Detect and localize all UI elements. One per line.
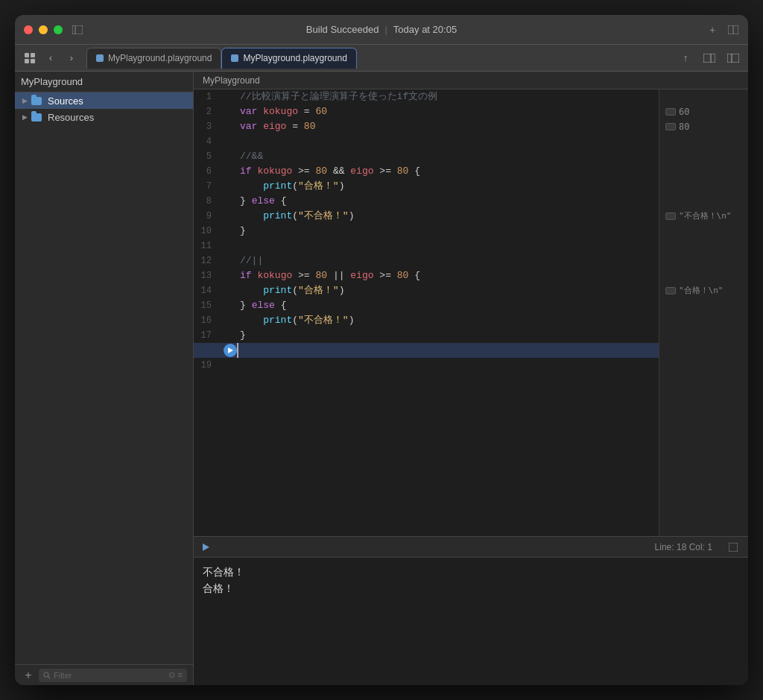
svg-rect-4 — [25, 53, 29, 57]
result-14[interactable]: "合格！\n" — [659, 283, 748, 298]
result-content-14: "合格！\n" — [665, 285, 724, 296]
result-13 — [659, 268, 748, 283]
svg-rect-10 — [727, 54, 739, 63]
result-10 — [659, 224, 748, 239]
code-line-9: 9 print("不合格！") — [194, 209, 659, 224]
result-12 — [659, 253, 748, 268]
line-num-11: 11 — [194, 239, 221, 253]
code-line-12: 12 //|| — [194, 253, 659, 268]
result-value-3: 80 — [679, 122, 689, 132]
editor-body: 1 //比較演算子と論理演算子を使ったif文の例 2 var kokugo = … — [194, 89, 748, 536]
result-5 — [659, 149, 748, 164]
back-icon[interactable]: ‹ — [42, 49, 60, 67]
result-content-2: 60 — [665, 107, 689, 117]
minimize-button[interactable] — [39, 25, 48, 34]
result-7 — [659, 179, 748, 194]
result-content-9: "不合格！\n" — [665, 210, 732, 221]
line-num-16: 16 — [194, 313, 221, 328]
sidebar-item-sources[interactable]: ▶ Sources — [15, 92, 193, 109]
code-line-8: 8 } else { — [194, 194, 659, 209]
close-button[interactable] — [24, 25, 33, 34]
line-num-12: 12 — [194, 253, 221, 268]
line-content-4 — [240, 134, 659, 149]
line-num-8: 8 — [194, 194, 221, 209]
vertical-split-icon[interactable] — [700, 49, 718, 67]
add-icon[interactable]: + — [706, 24, 718, 36]
filter-box[interactable]: Filter ⊙ ≡ — [39, 669, 187, 682]
build-status: Build Succeeded — [306, 24, 379, 35]
code-line-3: 3 var eigo = 80 — [194, 119, 659, 134]
line-num-15: 15 — [194, 298, 221, 313]
playground-file-icon — [96, 54, 104, 62]
sidebar-empty-space — [15, 125, 193, 664]
svg-rect-14 — [729, 543, 738, 552]
forward-icon[interactable]: › — [63, 49, 80, 67]
titlebar-info: Build Succeeded | Today at 20:05 — [306, 24, 457, 35]
main-content: MyPlayground ▶ Sources ▶ Resources + — [15, 72, 748, 685]
editor-breadcrumb: MyPlayground — [194, 72, 748, 89]
code-editor[interactable]: 1 //比較演算子と論理演算子を使ったif文の例 2 var kokugo = … — [194, 89, 659, 536]
result-content-3: 80 — [665, 122, 689, 132]
grid-icon[interactable] — [21, 49, 39, 67]
line-num-5: 5 — [194, 149, 221, 164]
traffic-lights — [24, 25, 63, 34]
line-content-3: var eigo = 80 — [240, 119, 659, 134]
chevron-right-icon-2: ▶ — [21, 113, 28, 121]
console-area: Line: 18 Col: 1 不合格！ 合格！ — [194, 536, 748, 685]
result-9[interactable]: "不合格！\n" — [659, 209, 748, 224]
result-icon-3 — [665, 123, 676, 130]
result-icon-2 — [665, 108, 676, 116]
line-num-17: 17 — [194, 328, 221, 343]
result-2[interactable]: 60 — [659, 104, 748, 119]
filter-options: ⊙ ≡ — [168, 670, 183, 680]
result-3[interactable]: 80 — [659, 119, 748, 134]
code-line-10: 10 } — [194, 224, 659, 239]
line-content-7: print("合格！") — [240, 179, 659, 194]
tab-1[interactable]: MyPlayground.playground — [86, 48, 221, 69]
zoom-button[interactable] — [54, 25, 63, 34]
code-line-17: 17 } — [194, 328, 659, 343]
console-run-button[interactable] — [200, 541, 212, 553]
filter-placeholder: Filter — [54, 671, 72, 680]
console-expand-icon[interactable] — [724, 538, 742, 556]
run-button-18[interactable] — [224, 344, 237, 357]
result-1 — [659, 89, 748, 104]
tab-2[interactable]: MyPlayground.playground — [221, 48, 356, 69]
code-line-4: 4 — [194, 134, 659, 149]
sidebar-header: MyPlayground — [15, 72, 193, 92]
line-num-3: 3 — [194, 119, 221, 134]
line-content-2: var kokugo = 60 — [240, 104, 659, 119]
code-line-6: 6 if kokugo >= 80 && eigo >= 80 { — [194, 164, 659, 179]
code-line-16: 16 print("不合格！") — [194, 313, 659, 328]
result-value-9: "不合格！\n" — [679, 210, 732, 221]
sidebar-root-label: MyPlayground — [21, 76, 83, 87]
sidebar-item-resources[interactable]: ▶ Resources — [15, 109, 193, 125]
line-num-10: 10 — [194, 224, 221, 239]
code-line-1: 1 //比較演算子と論理演算子を使ったif文の例 — [194, 89, 659, 104]
console-text-2: 合格！ — [203, 582, 234, 594]
inspector-icon[interactable] — [724, 49, 742, 67]
add-file-button[interactable]: + — [21, 668, 36, 683]
tab-1-label: MyPlayground.playground — [108, 53, 212, 63]
result-6 — [659, 164, 748, 179]
editor-area: MyPlayground 1 //比較演算子と論理演算子を使ったif文の例 2 … — [194, 72, 748, 685]
line-content-1: //比較演算子と論理演算子を使ったif文の例 — [240, 89, 659, 104]
code-line-7: 7 print("合格！") — [194, 179, 659, 194]
line-num-2: 2 — [194, 104, 221, 119]
console-toolbar: Line: 18 Col: 1 — [194, 537, 748, 558]
filter-icon — [43, 672, 51, 679]
split-view-icon[interactable] — [727, 24, 739, 36]
sidebar-toggle-icon[interactable] — [72, 24, 83, 36]
line-content-16: print("不合格！") — [240, 313, 659, 328]
line-content-11 — [240, 239, 659, 253]
svg-rect-8 — [703, 54, 715, 63]
svg-rect-7 — [31, 59, 35, 63]
arrow-up-icon[interactable]: ↑ — [677, 49, 694, 67]
result-icon-14 — [665, 287, 676, 294]
result-8 — [659, 194, 748, 209]
tab-2-label: MyPlayground.playground — [243, 53, 346, 63]
resources-folder-icon — [31, 113, 42, 122]
code-line-19: 19 — [194, 358, 659, 373]
line-content-17: } — [240, 328, 659, 343]
result-value-2: 60 — [679, 107, 689, 117]
